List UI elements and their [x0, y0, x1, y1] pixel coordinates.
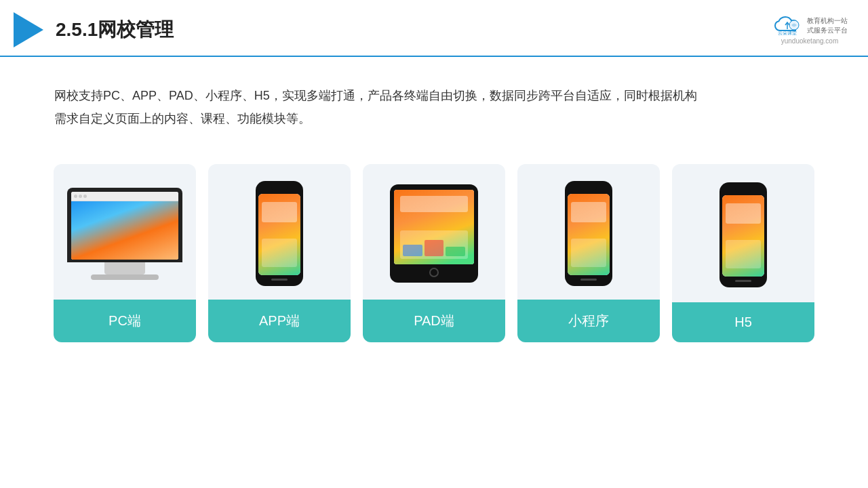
brand-url: yunduoketang.com — [781, 37, 839, 45]
cards-container: PC端 APP端 — [0, 144, 868, 356]
device-tablet — [390, 184, 478, 283]
card-h5: H5 — [672, 164, 814, 342]
device-phone-miniapp — [565, 181, 612, 286]
description-paragraph: 网校支持PC、APP、PAD、小程序、H5，实现多端打通，产品各终端自由切换，数… — [54, 84, 814, 130]
card-miniapp-image — [517, 164, 660, 300]
card-pad-label: PAD端 — [363, 300, 505, 342]
device-phone-h5 — [719, 182, 767, 287]
header-left: 2.5.1网校管理 — [14, 12, 174, 47]
device-phone-app — [256, 181, 303, 286]
card-app-image — [208, 164, 351, 300]
card-pc-label: PC端 — [54, 300, 196, 342]
card-pc: PC端 — [54, 164, 196, 342]
device-pc — [67, 188, 182, 280]
svg-text:云朵课堂: 云朵课堂 — [778, 30, 797, 35]
page-title: 2.5.1网校管理 — [56, 17, 174, 43]
header: 2.5.1网校管理 云朵课堂 教育机构一站 式服务云平台 yunduoketan… — [0, 0, 868, 57]
card-pad-image — [363, 164, 505, 300]
brand-text: 教育机构一站 式服务云平台 — [807, 16, 848, 35]
card-app: APP端 — [208, 164, 351, 342]
card-h5-label: H5 — [672, 302, 814, 342]
brand-tagline2: 式服务云平台 — [807, 26, 848, 35]
logo-triangle-icon — [14, 12, 43, 47]
card-miniapp-label: 小程序 — [517, 300, 660, 342]
card-pad: PAD端 — [363, 164, 505, 342]
card-h5-image — [672, 164, 814, 302]
card-pc-image — [54, 164, 196, 300]
header-right: 云朵课堂 教育机构一站 式服务云平台 yunduoketang.com — [772, 16, 848, 45]
description-text: 网校支持PC、APP、PAD、小程序、H5，实现多端打通，产品各终端自由切换，数… — [0, 57, 868, 144]
card-app-label: APP端 — [208, 300, 351, 342]
card-miniapp: 小程序 — [517, 164, 660, 342]
cloud-icon: 云朵课堂 — [772, 16, 803, 36]
brand-tagline: 教育机构一站 — [807, 16, 848, 26]
brand-logo: 云朵课堂 教育机构一站 式服务云平台 — [772, 16, 848, 36]
